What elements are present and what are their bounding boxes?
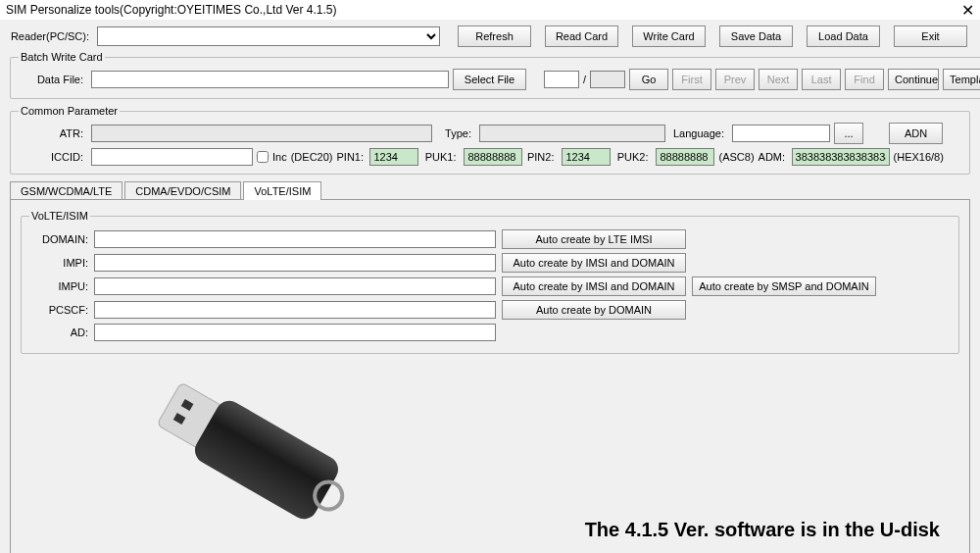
- page-from-input[interactable]: [544, 71, 579, 88]
- inc-label: Inc: [272, 151, 287, 163]
- tab-panel: VoLTE/ISIM DOMAIN: Auto create by LTE IM…: [10, 199, 970, 553]
- iccid-label: ICCID:: [19, 151, 87, 163]
- continue-button[interactable]: Continue: [888, 69, 939, 90]
- first-button[interactable]: First: [672, 69, 711, 90]
- read-card-button[interactable]: Read Card: [545, 25, 618, 47]
- auto-impu1-button[interactable]: Auto create by IMSI and DOMAIN: [502, 276, 686, 296]
- domain-label: DOMAIN:: [29, 233, 88, 245]
- close-icon[interactable]: ✕: [961, 1, 974, 20]
- next-button[interactable]: Next: [759, 69, 798, 90]
- batch-legend: Batch Write Card: [19, 51, 105, 63]
- tab-volte[interactable]: VoLTE/ISIM: [243, 181, 321, 200]
- type-input: [479, 125, 665, 142]
- common-legend: Common Parameter: [19, 105, 120, 117]
- atr-input: [91, 125, 432, 142]
- impu-label: IMPU:: [29, 280, 88, 292]
- write-card-button[interactable]: Write Card: [632, 25, 706, 47]
- type-label: Type:: [436, 127, 475, 139]
- load-data-button[interactable]: Load Data: [807, 25, 880, 47]
- auto-impi-button[interactable]: Auto create by IMSI and DOMAIN: [502, 253, 686, 273]
- refresh-button[interactable]: Refresh: [458, 25, 531, 47]
- auto-domain-button[interactable]: Auto create by LTE IMSI: [502, 229, 686, 249]
- asc8-label: (ASC8): [718, 151, 754, 163]
- pin2-input[interactable]: [562, 148, 611, 166]
- iccid-input[interactable]: [91, 148, 253, 166]
- template-button[interactable]: Template: [943, 69, 980, 90]
- volte-fieldset: VoLTE/ISIM DOMAIN: Auto create by LTE IM…: [21, 210, 959, 354]
- puk2-label: PUK2:: [614, 151, 652, 163]
- pin1-input[interactable]: [369, 148, 418, 166]
- domain-input[interactable]: [94, 230, 496, 248]
- volte-legend: VoLTE/ISIM: [29, 210, 90, 222]
- atr-label: ATR:: [19, 127, 87, 139]
- language-input[interactable]: [732, 125, 830, 142]
- window-title: SIM Personalize tools(Copyright:OYEITIME…: [6, 3, 336, 17]
- pin1-label: PIN1:: [336, 151, 366, 163]
- find-button[interactable]: Find: [845, 69, 884, 90]
- footer-text: The 4.1.5 Ver. software is in the U-disk: [585, 519, 940, 541]
- batch-fieldset: Batch Write Card Data File: Select File …: [10, 51, 980, 99]
- impu-input[interactable]: [94, 277, 496, 295]
- hex16-label: (HEX16/8): [894, 151, 944, 163]
- puk2-input[interactable]: [656, 148, 714, 166]
- data-file-label: Data File:: [19, 74, 87, 85]
- adm-input[interactable]: [792, 148, 890, 166]
- common-fieldset: Common Parameter ATR: Type: Language: ..…: [10, 105, 970, 175]
- language-label: Language:: [669, 127, 728, 139]
- puk1-input[interactable]: [464, 148, 522, 166]
- auto-pcscf-button[interactable]: Auto create by DOMAIN: [502, 300, 686, 320]
- select-file-button[interactable]: Select File: [453, 69, 526, 90]
- dec20-label: (DEC20): [291, 151, 333, 163]
- usb-drive-image: [99, 337, 383, 553]
- exit-button[interactable]: Exit: [894, 25, 967, 47]
- pcscf-label: PCSCF:: [29, 304, 88, 316]
- reader-label: Reader(PC/SC):: [10, 30, 93, 42]
- puk1-label: PUK1:: [422, 151, 460, 163]
- auto-impu2-button[interactable]: Auto create by SMSP and DOMAIN: [692, 276, 876, 296]
- page-to-input: [590, 71, 625, 88]
- pin2-label: PIN2:: [526, 151, 558, 163]
- pcscf-input[interactable]: [94, 301, 496, 319]
- tab-cdma[interactable]: CDMA/EVDO/CSIM: [124, 181, 241, 200]
- tab-gsm[interactable]: GSM/WCDMA/LTE: [10, 181, 122, 200]
- impi-input[interactable]: [94, 254, 496, 272]
- tab-bar: GSM/WCDMA/LTE CDMA/EVDO/CSIM VoLTE/ISIM: [10, 180, 970, 199]
- save-data-button[interactable]: Save Data: [719, 25, 793, 47]
- page-separator: /: [583, 74, 586, 85]
- adm-label: ADM:: [759, 151, 788, 163]
- language-ellipsis-button[interactable]: ...: [834, 123, 863, 144]
- adn-button[interactable]: ADN: [889, 123, 943, 144]
- prev-button[interactable]: Prev: [715, 69, 755, 90]
- ad-label: AD:: [29, 327, 88, 338]
- reader-select[interactable]: [97, 26, 440, 46]
- impi-label: IMPI:: [29, 257, 88, 269]
- last-button[interactable]: Last: [802, 69, 841, 90]
- go-button[interactable]: Go: [629, 69, 668, 90]
- inc-checkbox[interactable]: [257, 151, 269, 163]
- data-file-input[interactable]: [91, 71, 449, 88]
